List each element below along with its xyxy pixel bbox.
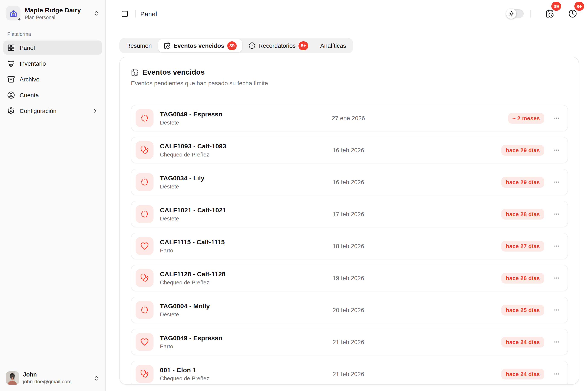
- tab-label: Analíticas: [320, 42, 346, 49]
- main-area: Panel 39 8+ Res: [106, 0, 588, 391]
- event-menu-button[interactable]: [552, 273, 561, 283]
- org-switcher[interactable]: Maple Ridge Dairy Plan Personal: [3, 5, 102, 21]
- sidebar-item-label: Inventario: [20, 60, 46, 67]
- overdue-badge: hace 24 días: [502, 369, 544, 379]
- event-row[interactable]: CALF1128 - Calf-1128 Chequeo de Preñez 1…: [131, 265, 568, 291]
- ellipsis-icon: [553, 338, 560, 346]
- theme-toggle[interactable]: [507, 9, 524, 18]
- gear-icon: [7, 107, 15, 114]
- event-title: CALF1021 - Calf-1021: [160, 206, 226, 214]
- chevron-right-icon: [92, 108, 98, 114]
- event-title: 001 - Clon 1: [160, 366, 209, 374]
- reminders-count-badge: 8+: [574, 2, 584, 11]
- ellipsis-icon: [553, 146, 560, 154]
- overdue-badge: hace 29 días: [502, 145, 544, 155]
- event-due-date: 21 feb 2026: [333, 371, 364, 377]
- event-row[interactable]: CALF1093 - Calf-1093 Chequeo de Preñez 1…: [131, 137, 568, 163]
- overdue-events-button[interactable]: 39: [544, 8, 556, 20]
- overdue-badge: hace 28 días: [502, 209, 544, 219]
- sidebar-item-label: Panel: [20, 44, 35, 51]
- event-menu-button[interactable]: [552, 209, 561, 219]
- topbar-divider: [530, 10, 531, 17]
- topbar-divider: [135, 10, 136, 17]
- user-circle-icon: [7, 91, 15, 99]
- event-title: CALF1093 - Calf-1093: [160, 142, 226, 150]
- event-row[interactable]: 001 - Clon 1 Chequeo de Preñez 21 feb 20…: [131, 361, 568, 385]
- reminders-button[interactable]: 8+: [567, 8, 579, 20]
- event-due-date: 20 feb 2026: [333, 306, 364, 313]
- app-window: Maple Ridge Dairy Plan Personal Platafor…: [0, 0, 588, 391]
- sidebar-item-label: Archivo: [20, 76, 39, 83]
- tab-count-badge: 8+: [299, 41, 308, 50]
- overdue-badge: ~ 2 meses: [508, 113, 544, 123]
- overdue-events-card: Eventos vencidos Eventos pendientes que …: [119, 57, 579, 385]
- event-menu-button[interactable]: [552, 337, 561, 347]
- overdue-count-badge: 39: [552, 2, 561, 11]
- sidebar-item-archivo[interactable]: Archivo: [3, 72, 102, 86]
- avatar: [6, 371, 19, 385]
- ellipsis-icon: [553, 114, 560, 122]
- ellipsis-icon: [553, 306, 560, 314]
- tab-eventos-vencidos[interactable]: Eventos vencidos 39: [158, 39, 242, 52]
- sidebar-toggle-button[interactable]: [118, 8, 130, 20]
- calendar-clock-icon: [545, 9, 554, 18]
- event-title: TAG0049 - Espresso: [160, 334, 222, 342]
- sidebar-item-configuracion[interactable]: Configuración: [3, 104, 102, 118]
- event-title: CALF1115 - Calf-1115: [160, 238, 225, 246]
- card-title: Eventos vencidos: [142, 68, 205, 77]
- user-menu[interactable]: John john-doe@gmail.com: [3, 369, 102, 387]
- tab-analiticas[interactable]: Analíticas: [315, 39, 352, 52]
- event-menu-button[interactable]: [552, 177, 561, 187]
- event-menu-button[interactable]: [552, 305, 561, 315]
- event-due-date: 27 ene 2026: [332, 115, 365, 121]
- weaning-icon: [136, 205, 154, 223]
- event-due-date: 16 feb 2026: [333, 147, 364, 154]
- archive-icon: [7, 75, 15, 83]
- tab-count-badge: 39: [227, 41, 237, 50]
- heart-icon: [136, 237, 154, 255]
- sidebar-item-inventario[interactable]: Inventario: [3, 56, 102, 70]
- event-due-date: 21 feb 2026: [333, 339, 364, 345]
- event-row[interactable]: CALF1115 - Calf-1115 Parto 18 feb 2026 h…: [131, 233, 568, 259]
- event-menu-button[interactable]: [552, 113, 561, 123]
- event-type-label: Destete: [160, 119, 222, 126]
- ellipsis-icon: [553, 210, 560, 218]
- event-row[interactable]: TAG0034 - Lily Destete 16 feb 2026 hace …: [131, 169, 568, 195]
- user-email: john-doe@gmail.com: [23, 379, 71, 385]
- event-menu-button[interactable]: [552, 145, 561, 155]
- sidebar-item-panel[interactable]: Panel: [3, 40, 102, 55]
- event-due-date: 17 feb 2026: [333, 211, 364, 217]
- ellipsis-icon: [553, 274, 560, 282]
- calendar-clock-icon: [131, 69, 139, 76]
- weaning-icon: [136, 109, 154, 127]
- event-row[interactable]: TAG0049 - Espresso Parto 21 feb 2026 hac…: [131, 329, 568, 355]
- stethoscope-icon: [136, 269, 154, 287]
- event-menu-button[interactable]: [552, 369, 561, 379]
- event-type-label: Destete: [160, 183, 204, 190]
- event-type-label: Parto: [160, 343, 222, 350]
- calendar-clock-icon: [164, 42, 171, 49]
- event-menu-button[interactable]: [552, 241, 561, 251]
- stethoscope-icon: [136, 365, 154, 383]
- overdue-badge: hace 27 días: [502, 241, 544, 251]
- tab-resumen[interactable]: Resumen: [121, 39, 157, 52]
- event-type-label: Destete: [160, 215, 226, 222]
- cow-icon: [7, 60, 15, 67]
- event-due-date: 16 feb 2026: [333, 179, 364, 186]
- event-type-label: Destete: [160, 311, 210, 318]
- event-title: TAG0049 - Espresso: [160, 110, 222, 118]
- tab-bar: Resumen Eventos vencidos 39 Recordatorio…: [119, 38, 353, 53]
- overdue-badge: hace 25 días: [502, 305, 544, 315]
- weaning-icon: [136, 173, 154, 191]
- event-row[interactable]: CALF1021 - Calf-1021 Destete 17 feb 2026…: [131, 201, 568, 227]
- sun-icon: [508, 11, 514, 16]
- event-row[interactable]: TAG0049 - Espresso Destete 27 ene 2026 ~…: [131, 105, 568, 131]
- page-content: Resumen Eventos vencidos 39 Recordatorio…: [106, 27, 588, 391]
- event-due-date: 18 feb 2026: [333, 243, 364, 249]
- org-plan: Plan Personal: [25, 15, 81, 20]
- grid-icon: [7, 44, 15, 51]
- tab-recordatorios[interactable]: Recordatorios 8+: [243, 39, 314, 52]
- panel-left-icon: [121, 10, 128, 17]
- sidebar-item-cuenta[interactable]: Cuenta: [3, 88, 102, 102]
- event-row[interactable]: TAG0004 - Molly Destete 20 feb 2026 hace…: [131, 297, 568, 323]
